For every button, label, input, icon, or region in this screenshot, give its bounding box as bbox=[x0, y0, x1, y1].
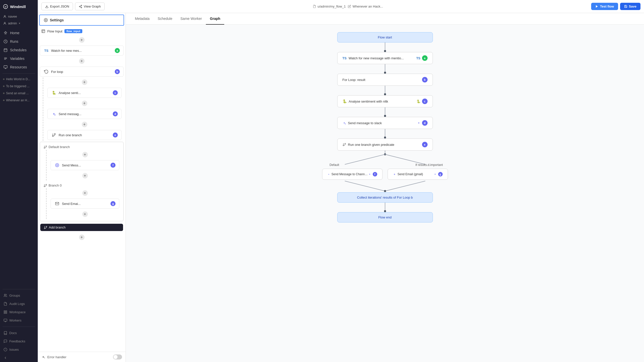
settings-header[interactable]: Settings bbox=[39, 15, 124, 26]
error-handler-left: Error handler bbox=[41, 355, 66, 359]
graph-node-e[interactable]: Run one branch given predicate e bbox=[337, 139, 433, 151]
node-b-right: b bbox=[422, 77, 428, 82]
sidebar-flow-hello-world[interactable]: Hello World in D... bbox=[0, 76, 38, 83]
sidebar-item-home[interactable]: Home bbox=[0, 29, 38, 37]
sidebar-item-audit-logs[interactable]: Audit Logs bbox=[0, 300, 38, 308]
connector-4 bbox=[385, 107, 385, 115]
svg-line-22 bbox=[80, 7, 81, 7]
node-a-label: Watch for new message with mentio... bbox=[349, 56, 404, 60]
add-branch-step-f-after[interactable]: + bbox=[82, 173, 88, 178]
sidebar-flow-send-email[interactable]: Send an email ... bbox=[0, 90, 38, 97]
dot-3 bbox=[384, 93, 386, 95]
branch-nodes: Send Message to Channel (slack) f S bbox=[320, 169, 450, 180]
node-badge-e: e bbox=[422, 142, 428, 147]
tab-metadata[interactable]: Metadata bbox=[131, 13, 154, 25]
sidebar-admin[interactable]: admin ▾ bbox=[0, 20, 38, 27]
admin-arrow: ▾ bbox=[19, 22, 20, 25]
view-graph-button[interactable]: View Graph bbox=[75, 3, 105, 10]
flow-input-badge: flow_input bbox=[64, 29, 82, 33]
step-row-a[interactable]: TS Watch for new mes... a bbox=[40, 46, 124, 56]
svg-point-1 bbox=[4, 15, 6, 17]
sidebar-item-docs[interactable]: Docs bbox=[0, 329, 38, 337]
step-row-d[interactable]: Send messag... d bbox=[47, 109, 122, 119]
node-f-left: Send Message to Channel (slack) bbox=[327, 172, 368, 176]
ts-icon: TS bbox=[44, 49, 49, 53]
graph-node-b[interactable]: For Loop: result b bbox=[337, 74, 433, 86]
sidebar-user-navee[interactable]: navee bbox=[0, 13, 38, 20]
node-c-right: 🐍 c bbox=[416, 99, 428, 104]
svg-point-40 bbox=[44, 228, 45, 229]
sidebar-item-resources[interactable]: Resources bbox=[0, 63, 38, 71]
save-button[interactable]: Save bbox=[620, 3, 640, 10]
graph-node-g[interactable]: Send Email (gmail) g bbox=[388, 169, 448, 180]
sidebar-item-issues[interactable]: Issues bbox=[0, 345, 38, 354]
add-nested-3[interactable]: + bbox=[82, 122, 87, 127]
export-json-button[interactable]: Export JSON bbox=[41, 3, 73, 10]
topbar-hack[interactable]: Whenever an Hack... bbox=[348, 5, 383, 8]
sidebar-issues-label: Issues bbox=[9, 348, 19, 351]
step-label-g: Send Emai... bbox=[62, 202, 81, 206]
topbar-path-label: u/admin/my_flow_1 bbox=[318, 5, 346, 8]
graph-node-a[interactable]: TS Watch for new message with mentio... … bbox=[337, 52, 433, 64]
sidebar-flow-whenever-hack[interactable]: Whenever an H... bbox=[0, 97, 38, 104]
sidebar-item-feedbacks[interactable]: Feedbacks bbox=[0, 337, 38, 345]
add-before-a: + bbox=[38, 35, 126, 45]
error-handler-toggle[interactable] bbox=[113, 354, 122, 359]
add-nested-1[interactable]: + bbox=[82, 79, 87, 85]
svg-point-46 bbox=[343, 145, 344, 146]
sidebar-item-runs[interactable]: Runs bbox=[0, 37, 38, 46]
step-row-f[interactable]: Send Mess... f bbox=[51, 160, 119, 170]
sidebar-flow-to-be-triggered[interactable]: To be triggered ... bbox=[0, 83, 38, 90]
graph-content: Flow start TS Watch for new message with… bbox=[126, 25, 644, 230]
sidebar-item-variables[interactable]: Variables bbox=[0, 54, 38, 63]
node-badge-g: g bbox=[438, 172, 443, 176]
graph-node-d[interactable]: Send message to slack d bbox=[337, 117, 433, 129]
topbar-path[interactable]: u/admin/my_flow_1 bbox=[313, 5, 346, 8]
graph-node-c[interactable]: 🐍 Analyse sentiment with nltk 🐍 c bbox=[337, 95, 433, 107]
add-final-button[interactable]: + bbox=[79, 235, 85, 240]
tab-graph[interactable]: Graph bbox=[206, 13, 224, 25]
add-branch-button[interactable]: Add branch bbox=[40, 224, 123, 231]
step-label-f: Send Mess... bbox=[62, 163, 81, 167]
step-row-e[interactable]: Run one branch e bbox=[47, 130, 122, 140]
sidebar-bottom: Groups Audit Logs Workspace Workers Docs… bbox=[0, 287, 38, 362]
step-row-c[interactable]: 🐍 Analyse senti... c bbox=[47, 88, 122, 98]
add-step-button-1[interactable]: + bbox=[79, 37, 85, 43]
collect-node[interactable]: Collect iterations' results of For Loop … bbox=[337, 192, 433, 203]
sidebar-item-workspace[interactable]: Workspace bbox=[0, 308, 38, 316]
sidebar-item-groups[interactable]: Groups bbox=[0, 291, 38, 300]
flow-start-node[interactable]: Flow start bbox=[337, 32, 433, 42]
add-branch-step-f-before[interactable]: + bbox=[82, 152, 88, 157]
add-step-button-2[interactable]: + bbox=[79, 58, 85, 64]
add-branch-step-g-after[interactable]: + bbox=[82, 211, 88, 217]
for-loop-left: For loop bbox=[44, 69, 63, 74]
dot-4 bbox=[384, 115, 386, 117]
graph-node-f[interactable]: Send Message to Channel (slack) f bbox=[322, 169, 383, 180]
svg-point-27 bbox=[53, 113, 54, 114]
svg-point-29 bbox=[54, 133, 55, 134]
step-row-g[interactable]: Send Emai... g bbox=[51, 199, 119, 209]
for-loop-row[interactable]: For loop b bbox=[40, 67, 124, 77]
dot-2 bbox=[384, 72, 386, 74]
sidebar-item-workers[interactable]: Workers bbox=[0, 316, 38, 325]
flow-dot bbox=[3, 93, 5, 94]
svg-point-57 bbox=[384, 190, 386, 192]
step-left-c: 🐍 Analyse senti... bbox=[51, 90, 81, 96]
add-nested-2[interactable]: + bbox=[82, 101, 87, 106]
dot-5 bbox=[384, 137, 386, 139]
sidebar-item-schedules-label: Schedules bbox=[10, 48, 26, 52]
test-flow-button[interactable]: Test flow bbox=[591, 3, 618, 10]
tab-schedule[interactable]: Schedule bbox=[154, 13, 176, 25]
add-branch-step-g-before[interactable]: + bbox=[82, 190, 88, 196]
tab-same-worker[interactable]: Same Worker bbox=[176, 13, 206, 25]
sidebar-back-button[interactable] bbox=[0, 354, 38, 362]
svg-point-51 bbox=[328, 174, 329, 175]
svg-point-43 bbox=[418, 122, 419, 123]
app-logo[interactable]: Windmill bbox=[0, 0, 38, 13]
flow-dot bbox=[3, 85, 5, 87]
svg-point-0 bbox=[4, 5, 8, 9]
node-e-right: e bbox=[422, 142, 428, 147]
sidebar-item-schedules[interactable]: Schedules bbox=[0, 46, 38, 54]
flow-end-node[interactable]: Flow end bbox=[337, 212, 433, 222]
svg-rect-4 bbox=[4, 49, 7, 52]
